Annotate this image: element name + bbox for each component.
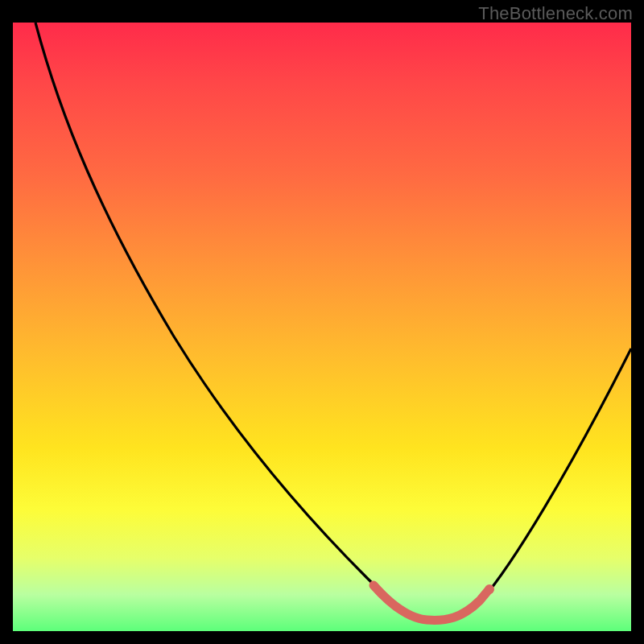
recommended-range-marker: [374, 585, 488, 620]
plot-area: [13, 23, 631, 631]
watermark-text: TheBottleneck.com: [478, 3, 633, 24]
marker-end-dot: [485, 584, 494, 594]
bottleneck-curve: [13, 23, 631, 631]
chart-frame: TheBottleneck.com: [0, 0, 644, 644]
curve-path: [35, 23, 631, 621]
